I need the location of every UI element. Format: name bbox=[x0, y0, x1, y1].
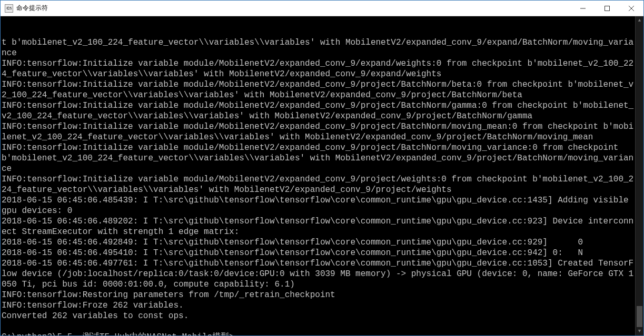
terminal-line: INFO:tensorflow:Initialize variable modu… bbox=[2, 174, 634, 195]
terminal-output[interactable]: t b'mobilenet_v2_100_224_feature_vector\… bbox=[1, 16, 643, 335]
scroll-up-icon[interactable]: ▲ bbox=[636, 16, 643, 25]
terminal-line: 2018-06-15 06:45:06.492849: I T:\src\git… bbox=[2, 237, 634, 248]
terminal-scrollbar[interactable]: ▲ ▼ bbox=[635, 16, 643, 335]
window-controls bbox=[571, 1, 643, 16]
window-title: 命令提示符 bbox=[16, 4, 571, 13]
terminal-line: G:\python3\5-5 测试TF-Hub中的NASNet_Mobile模型… bbox=[2, 332, 634, 335]
terminal-line: t b'mobilenet_v2_100_224_feature_vector\… bbox=[2, 37, 634, 58]
terminal-line bbox=[2, 321, 634, 332]
scroll-down-icon[interactable]: ▼ bbox=[636, 327, 643, 335]
terminal-line: INFO:tensorflow:Restoring parameters fro… bbox=[2, 290, 634, 300]
scroll-thumb[interactable] bbox=[637, 306, 642, 327]
terminal-line: INFO:tensorflow:Initialize variable modu… bbox=[2, 100, 634, 121]
terminal-line: 2018-06-15 06:45:06.495410: I T:\src\git… bbox=[2, 248, 634, 258]
terminal-line: INFO:tensorflow:Froze 262 variables. bbox=[2, 300, 634, 311]
minimize-button[interactable] bbox=[571, 1, 595, 16]
svg-rect-1 bbox=[605, 6, 610, 11]
terminal-line: 2018-06-15 06:45:06.485439: I T:\src\git… bbox=[2, 195, 634, 216]
command-prompt-window: C:\ 命令提示符 t b'mobilenet_v2_100_224_featu… bbox=[0, 0, 644, 336]
terminal-line: INFO:tensorflow:Initialize variable modu… bbox=[2, 79, 634, 100]
titlebar[interactable]: C:\ 命令提示符 bbox=[1, 1, 643, 16]
terminal-line: Converted 262 variables to const ops. bbox=[2, 311, 634, 321]
terminal-line: 2018-06-15 06:45:06.497761: I T:\src\git… bbox=[2, 258, 634, 290]
terminal-line: INFO:tensorflow:Initialize variable modu… bbox=[2, 142, 634, 174]
terminal-line: INFO:tensorflow:Initialize variable modu… bbox=[2, 121, 634, 142]
maximize-button[interactable] bbox=[595, 1, 619, 16]
terminal-line: INFO:tensorflow:Initialize variable modu… bbox=[2, 58, 634, 79]
close-button[interactable] bbox=[619, 1, 643, 16]
terminal-line: 2018-06-15 06:45:06.489202: I T:\src\git… bbox=[2, 216, 634, 237]
cmd-icon: C:\ bbox=[5, 4, 13, 13]
